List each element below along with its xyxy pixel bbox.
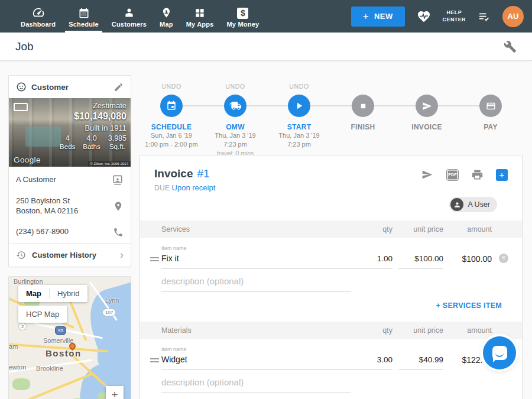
customer-history-row[interactable]: Customer History › [9,243,131,267]
nav-tab-customers[interactable]: Customers [105,0,153,33]
interstate-93-shield: 93 [55,326,66,335]
hcp-map-control: HCP Map [18,306,67,323]
item-name-input[interactable]: Fix it [161,254,351,269]
due-terms-link[interactable]: Upon receipt [172,183,216,192]
map-card[interactable]: Burlington Lynn 107 2 93 Somerville ham … [8,276,131,399]
invoice-title: Invoice [154,167,193,180]
services-label: Services [161,225,351,233]
qty-input[interactable]: 1.00 [351,254,392,269]
health-heart-icon[interactable] [416,9,432,24]
due-label: DUE [154,184,170,192]
page-header: Job [0,33,532,61]
nav-tab-dashboard[interactable]: Dashboard [14,0,62,33]
property-stats: 4 Beds 4.0 Baths 3,985 Sq.ft. [60,134,126,150]
content: Customer Zestimate $10,149,080 Built in … [0,61,532,399]
user-avatar[interactable]: AU [502,6,524,27]
edit-pencil-icon[interactable] [113,82,124,92]
top-navbar: Dashboard Schedule Customers Map My Apps [0,0,532,33]
zestimate-label: Zestimate [60,101,126,110]
map-type-map-button[interactable]: Map [18,285,49,302]
help-center-link[interactable]: HELP CENTER [443,9,466,23]
delete-item-icon[interactable]: × [499,254,508,263]
page-title: Job [15,40,34,53]
pay-card-icon[interactable] [479,95,502,117]
customer-phone-row: (234) 567-8900 [9,222,131,243]
drag-handle-icon[interactable] [147,257,161,269]
invoice-send-icon[interactable] [416,95,438,117]
finish-stop-icon[interactable] [352,95,374,117]
invoice-number[interactable]: #1 [197,167,209,180]
zestimate-overlay: Zestimate $10,149,080 Built in 1911 4 Be… [60,101,126,150]
drag-handle-icon[interactable] [147,358,161,370]
unit-price-input[interactable]: $40.99 [398,355,443,370]
street-view-icon[interactable] [14,103,28,111]
zoom-in-button[interactable]: + [106,386,124,399]
nav-tab-label: Map [160,21,173,28]
tasks-checklist-icon[interactable] [477,10,491,23]
step-time: 7:23 pm [203,140,267,149]
description-input[interactable] [161,371,351,393]
customer-history-label: Customer History [32,251,114,259]
description-input[interactable] [161,270,351,292]
qty-column-header: qty [351,225,392,233]
apps-grid-icon [194,5,206,19]
nav-tab-my-apps[interactable]: My Apps [180,0,220,33]
job-settings-wrench-icon[interactable] [504,40,517,53]
phone-icon[interactable] [113,227,124,238]
assigned-user-chip[interactable]: A User [449,197,497,212]
qty-column-header: qty [351,326,392,335]
pdf-icon[interactable]: PDF [446,169,459,181]
unit-price-column-header: unit price [398,326,443,335]
money-icon: $ [237,5,248,19]
main-column: UNDO SCHEDULE Sun, Jan 6 '19 1:00 pm - 2… [140,75,523,399]
plus-icon: + [363,11,369,22]
customer-card: Customer Zestimate $10,149,080 Built in … [8,75,131,267]
zestimate-value: $10,149,080 [60,111,126,122]
step-label: SCHEDULE [140,123,203,131]
unit-price-input[interactable]: $100.00 [398,254,443,269]
omw-truck-icon[interactable] [224,95,246,117]
materials-section-header: Materials qty unit price amount [140,322,522,339]
unit-price-column-header: unit price [398,225,443,233]
new-button[interactable]: + NEW [351,7,405,27]
customer-card-header: Customer [9,76,131,98]
customer-address-row: 250 Boylston St Boston, MA 02116 [9,191,131,222]
start-play-icon[interactable] [288,95,310,117]
nav-tab-map[interactable]: Map [153,0,180,33]
print-icon[interactable] [471,168,484,181]
undo-start-button[interactable]: UNDO [267,83,331,90]
history-clock-icon [16,250,26,260]
schedule-calendar-icon[interactable] [160,95,183,117]
hcp-map-button[interactable]: HCP Map [18,306,67,323]
map-label-newton: Newton [8,364,26,371]
navbar-right: + NEW HELP CENTER AU [351,0,532,33]
step-time: 1:00 pm - 2:00 pm [140,140,203,149]
user-silhouette-icon [450,198,463,211]
step-label: INVOICE [395,123,459,131]
assigned-user-name: A User [468,200,490,209]
map-label-waltham: ham [8,343,18,350]
location-pin-icon[interactable] [113,200,124,212]
timeline-step-schedule: UNDO SCHEDULE Sun, Jan 6 '19 1:00 pm - 2… [140,83,203,157]
undo-schedule-button[interactable]: UNDO [140,83,203,90]
timeline-step-finish: FINISH [331,83,395,157]
qty-input[interactable]: 3.00 [351,355,392,370]
chat-support-button[interactable] [483,336,516,369]
invoice-header: Invoice #1 DUE Upon receipt PDF + [140,155,522,212]
contact-card-icon[interactable] [112,174,124,186]
map-type-hybrid-button[interactable]: Hybrid [50,285,87,302]
send-invoice-icon[interactable] [420,168,434,181]
stat-baths: 4.0 Baths [83,134,100,150]
nav-tab-schedule[interactable]: Schedule [62,0,105,33]
item-name-input[interactable]: Widget [161,355,351,370]
step-date: Thu, Jan 3 '19 [203,131,267,140]
nav-tab-my-money[interactable]: $ My Money [220,0,266,33]
material-line-item: Item name Widget 3.00 $40.99 $122.97 × [140,339,522,393]
add-invoice-button[interactable]: + [496,169,508,181]
help-center-line1: HELP [443,9,466,16]
zillow-copyright: © Zillow, Inc. 2006-2017 [88,161,131,167]
nav-tab-label: My Money [227,21,259,28]
timeline-step-omw: UNDO OMW Thu, Jan 3 '19 7:23 pm travel: … [203,83,267,157]
undo-omw-button[interactable]: UNDO [203,83,267,90]
add-services-item-button[interactable]: + SERVICES ITEM [140,301,502,310]
